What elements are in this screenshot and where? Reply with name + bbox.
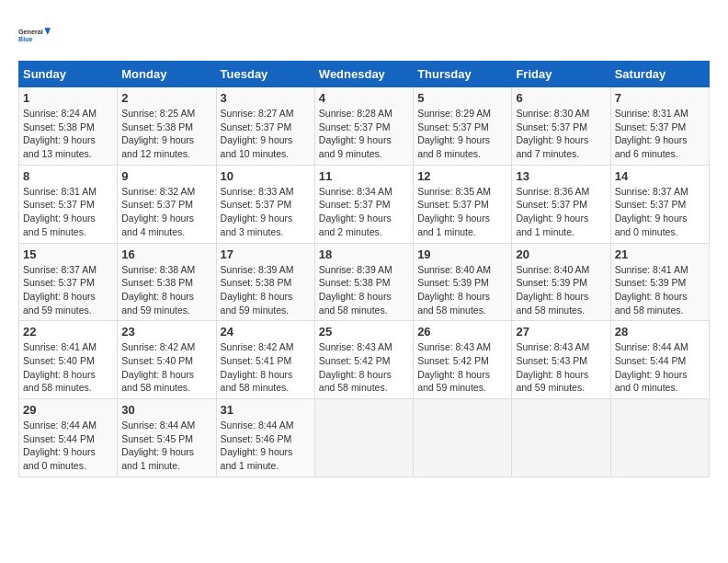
day-info: Sunrise: 8:44 AM Sunset: 5:44 PM Dayligh… <box>615 340 705 395</box>
day-info: Sunrise: 8:34 AM Sunset: 5:37 PM Dayligh… <box>319 185 409 239</box>
day-number: 2 <box>121 91 211 105</box>
calendar-cell: 19Sunrise: 8:40 AM Sunset: 5:39 PM Dayli… <box>414 243 512 321</box>
calendar-cell: 26Sunrise: 8:43 AM Sunset: 5:42 PM Dayli… <box>414 321 512 399</box>
calendar-cell: 4Sunrise: 8:28 AM Sunset: 5:37 PM Daylig… <box>314 87 413 166</box>
day-number: 23 <box>121 325 211 339</box>
day-number: 12 <box>417 169 507 183</box>
calendar-week-row: 1Sunrise: 8:24 AM Sunset: 5:38 PM Daylig… <box>19 87 710 166</box>
day-info: Sunrise: 8:32 AM Sunset: 5:37 PM Dayligh… <box>121 185 211 239</box>
day-number: 9 <box>121 169 211 183</box>
day-info: Sunrise: 8:39 AM Sunset: 5:38 PM Dayligh… <box>221 263 311 317</box>
weekday-header-sunday: Sunday <box>19 62 118 87</box>
day-number: 13 <box>516 169 606 183</box>
day-info: Sunrise: 8:24 AM Sunset: 5:38 PM Dayligh… <box>23 107 113 161</box>
day-number: 3 <box>221 91 311 105</box>
day-info: Sunrise: 8:39 AM Sunset: 5:38 PM Dayligh… <box>319 263 409 317</box>
day-number: 6 <box>516 91 606 105</box>
calendar-cell: 9Sunrise: 8:32 AM Sunset: 5:37 PM Daylig… <box>118 165 216 243</box>
day-number: 8 <box>23 169 113 183</box>
day-info: Sunrise: 8:43 AM Sunset: 5:42 PM Dayligh… <box>417 340 507 395</box>
day-info: Sunrise: 8:37 AM Sunset: 5:37 PM Dayligh… <box>23 263 113 317</box>
calendar-cell: 29Sunrise: 8:44 AM Sunset: 5:44 PM Dayli… <box>19 399 118 477</box>
day-number: 10 <box>221 169 311 183</box>
calendar-cell: 22Sunrise: 8:41 AM Sunset: 5:40 PM Dayli… <box>19 321 118 399</box>
calendar-cell: 7Sunrise: 8:31 AM Sunset: 5:37 PM Daylig… <box>610 87 709 166</box>
day-number: 30 <box>121 403 211 417</box>
calendar-cell <box>512 399 610 477</box>
day-number: 1 <box>23 91 113 105</box>
calendar-table: SundayMondayTuesdayWednesdayThursdayFrid… <box>18 61 710 477</box>
day-number: 21 <box>615 247 705 261</box>
day-number: 15 <box>23 247 113 261</box>
day-info: Sunrise: 8:40 AM Sunset: 5:39 PM Dayligh… <box>417 263 507 317</box>
weekday-header-row: SundayMondayTuesdayWednesdayThursdayFrid… <box>19 62 710 87</box>
svg-marker-2 <box>44 28 51 35</box>
day-number: 4 <box>319 91 409 105</box>
day-number: 17 <box>221 247 311 261</box>
day-number: 29 <box>23 403 113 417</box>
day-number: 18 <box>319 247 409 261</box>
calendar-week-row: 29Sunrise: 8:44 AM Sunset: 5:44 PM Dayli… <box>19 399 710 477</box>
svg-text:General: General <box>18 28 43 36</box>
day-info: Sunrise: 8:29 AM Sunset: 5:37 PM Dayligh… <box>417 107 507 161</box>
calendar-cell: 30Sunrise: 8:44 AM Sunset: 5:45 PM Dayli… <box>118 399 216 477</box>
calendar-cell: 25Sunrise: 8:43 AM Sunset: 5:42 PM Dayli… <box>314 321 413 399</box>
calendar-cell: 24Sunrise: 8:42 AM Sunset: 5:41 PM Dayli… <box>216 321 314 399</box>
logo: GeneralBlue <box>18 18 51 52</box>
day-number: 24 <box>221 325 311 339</box>
calendar-cell <box>314 399 413 477</box>
day-number: 7 <box>615 91 705 105</box>
weekday-header-thursday: Thursday <box>414 62 512 87</box>
calendar-cell: 6Sunrise: 8:30 AM Sunset: 5:37 PM Daylig… <box>512 87 610 166</box>
day-info: Sunrise: 8:35 AM Sunset: 5:37 PM Dayligh… <box>417 185 507 239</box>
day-number: 26 <box>417 325 507 339</box>
calendar-cell <box>414 399 512 477</box>
calendar-week-row: 8Sunrise: 8:31 AM Sunset: 5:37 PM Daylig… <box>19 165 710 243</box>
calendar-cell: 1Sunrise: 8:24 AM Sunset: 5:38 PM Daylig… <box>19 87 118 166</box>
day-info: Sunrise: 8:40 AM Sunset: 5:39 PM Dayligh… <box>516 263 606 317</box>
day-number: 16 <box>121 247 211 261</box>
day-number: 27 <box>516 325 606 339</box>
weekday-header-wednesday: Wednesday <box>314 62 413 87</box>
day-number: 19 <box>417 247 507 261</box>
day-info: Sunrise: 8:43 AM Sunset: 5:42 PM Dayligh… <box>319 340 409 395</box>
calendar-cell: 14Sunrise: 8:37 AM Sunset: 5:37 PM Dayli… <box>610 165 709 243</box>
calendar-body: 1Sunrise: 8:24 AM Sunset: 5:38 PM Daylig… <box>19 87 710 477</box>
day-info: Sunrise: 8:30 AM Sunset: 5:37 PM Dayligh… <box>516 107 606 161</box>
calendar-cell: 18Sunrise: 8:39 AM Sunset: 5:38 PM Dayli… <box>314 243 413 321</box>
calendar-header: SundayMondayTuesdayWednesdayThursdayFrid… <box>19 62 710 87</box>
calendar-cell: 5Sunrise: 8:29 AM Sunset: 5:37 PM Daylig… <box>414 87 512 166</box>
calendar-week-row: 15Sunrise: 8:37 AM Sunset: 5:37 PM Dayli… <box>19 243 710 321</box>
day-info: Sunrise: 8:31 AM Sunset: 5:37 PM Dayligh… <box>615 107 705 161</box>
day-info: Sunrise: 8:42 AM Sunset: 5:40 PM Dayligh… <box>121 340 211 395</box>
day-number: 20 <box>516 247 606 261</box>
day-info: Sunrise: 8:44 AM Sunset: 5:46 PM Dayligh… <box>221 419 311 473</box>
calendar-cell: 12Sunrise: 8:35 AM Sunset: 5:37 PM Dayli… <box>414 165 512 243</box>
calendar-cell: 27Sunrise: 8:43 AM Sunset: 5:43 PM Dayli… <box>512 321 610 399</box>
logo-icon: GeneralBlue <box>18 18 51 52</box>
calendar-cell <box>610 399 709 477</box>
header: GeneralBlue <box>18 18 710 52</box>
weekday-header-tuesday: Tuesday <box>216 62 314 87</box>
day-info: Sunrise: 8:41 AM Sunset: 5:40 PM Dayligh… <box>23 340 113 395</box>
day-number: 14 <box>615 169 705 183</box>
weekday-header-monday: Monday <box>118 62 216 87</box>
calendar-cell: 15Sunrise: 8:37 AM Sunset: 5:37 PM Dayli… <box>19 243 118 321</box>
calendar-cell: 17Sunrise: 8:39 AM Sunset: 5:38 PM Dayli… <box>216 243 314 321</box>
day-info: Sunrise: 8:44 AM Sunset: 5:45 PM Dayligh… <box>121 419 211 473</box>
calendar-cell: 13Sunrise: 8:36 AM Sunset: 5:37 PM Dayli… <box>512 165 610 243</box>
day-number: 5 <box>417 91 507 105</box>
calendar-cell: 31Sunrise: 8:44 AM Sunset: 5:46 PM Dayli… <box>216 399 314 477</box>
calendar-cell: 23Sunrise: 8:42 AM Sunset: 5:40 PM Dayli… <box>118 321 216 399</box>
day-info: Sunrise: 8:43 AM Sunset: 5:43 PM Dayligh… <box>516 340 606 395</box>
weekday-header-saturday: Saturday <box>610 62 709 87</box>
svg-text:Blue: Blue <box>18 35 33 43</box>
calendar-cell: 3Sunrise: 8:27 AM Sunset: 5:37 PM Daylig… <box>216 87 314 166</box>
day-info: Sunrise: 8:42 AM Sunset: 5:41 PM Dayligh… <box>221 340 311 395</box>
day-info: Sunrise: 8:41 AM Sunset: 5:39 PM Dayligh… <box>615 263 705 317</box>
day-info: Sunrise: 8:36 AM Sunset: 5:37 PM Dayligh… <box>516 185 606 239</box>
calendar-cell: 16Sunrise: 8:38 AM Sunset: 5:38 PM Dayli… <box>118 243 216 321</box>
calendar-week-row: 22Sunrise: 8:41 AM Sunset: 5:40 PM Dayli… <box>19 321 710 399</box>
day-info: Sunrise: 8:28 AM Sunset: 5:37 PM Dayligh… <box>319 107 409 161</box>
day-info: Sunrise: 8:33 AM Sunset: 5:37 PM Dayligh… <box>221 185 311 239</box>
